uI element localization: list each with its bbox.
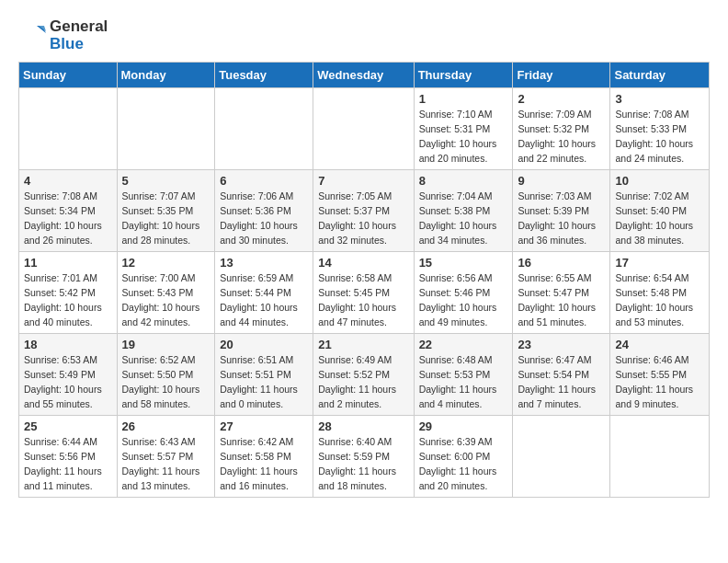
day-info: Sunrise: 6:48 AM Sunset: 5:53 PM Dayligh…	[419, 353, 508, 411]
sunrise-text: Sunrise: 6:43 AM	[122, 436, 196, 447]
logo: General Blue	[18, 18, 108, 52]
sunrise-text: Sunrise: 7:04 AM	[419, 190, 493, 201]
daylight-text: Daylight: 10 hours and 20 minutes.	[419, 138, 497, 164]
day-info: Sunrise: 7:03 AM Sunset: 5:39 PM Dayligh…	[518, 190, 605, 247]
day-number: 21	[318, 338, 408, 351]
calendar-cell: 27 Sunrise: 6:42 AM Sunset: 5:58 PM Dayl…	[215, 416, 313, 498]
day-number: 24	[615, 338, 704, 351]
daylight-text: Daylight: 10 hours and 34 minutes.	[419, 220, 497, 246]
sunset-text: Sunset: 5:33 PM	[615, 123, 687, 134]
day-number: 11	[24, 256, 112, 270]
daylight-text: Daylight: 10 hours and 58 minutes.	[122, 384, 200, 409]
daylight-text: Daylight: 10 hours and 55 minutes.	[24, 384, 102, 409]
sunset-text: Sunset: 5:38 PM	[419, 205, 491, 216]
calendar-cell: 8 Sunrise: 7:04 AM Sunset: 5:38 PM Dayli…	[414, 170, 513, 252]
day-info: Sunrise: 7:09 AM Sunset: 5:32 PM Dayligh…	[518, 108, 605, 166]
day-info: Sunrise: 7:04 AM Sunset: 5:38 PM Dayligh…	[419, 190, 508, 247]
sunrise-text: Sunrise: 7:08 AM	[615, 109, 688, 120]
daylight-text: Daylight: 10 hours and 44 minutes.	[220, 302, 298, 327]
daylight-text: Daylight: 11 hours and 20 minutes.	[419, 465, 497, 491]
day-info: Sunrise: 6:42 AM Sunset: 5:58 PM Dayligh…	[220, 435, 308, 493]
sunrise-text: Sunrise: 6:55 AM	[518, 272, 591, 283]
sunset-text: Sunset: 5:35 PM	[122, 205, 194, 216]
sunrise-text: Sunrise: 7:10 AM	[419, 109, 493, 120]
day-info: Sunrise: 6:39 AM Sunset: 6:00 PM Dayligh…	[419, 435, 508, 493]
sunset-text: Sunset: 5:37 PM	[318, 205, 390, 216]
sunset-text: Sunset: 5:44 PM	[220, 287, 291, 298]
day-info: Sunrise: 7:08 AM Sunset: 5:34 PM Dayligh…	[24, 190, 112, 247]
day-number: 18	[24, 338, 112, 351]
daylight-text: Daylight: 10 hours and 24 minutes.	[615, 138, 693, 164]
day-info: Sunrise: 6:54 AM Sunset: 5:48 PM Dayligh…	[615, 271, 704, 329]
day-number: 16	[518, 256, 605, 270]
sunset-text: Sunset: 5:52 PM	[318, 369, 390, 380]
day-number: 4	[24, 174, 112, 188]
sunrise-text: Sunrise: 6:39 AM	[419, 436, 493, 447]
sunrise-text: Sunrise: 7:07 AM	[122, 190, 196, 201]
calendar-cell: 6 Sunrise: 7:06 AM Sunset: 5:36 PM Dayli…	[215, 170, 313, 252]
day-info: Sunrise: 6:52 AM Sunset: 5:50 PM Dayligh…	[122, 353, 210, 411]
calendar-cell: 17 Sunrise: 6:54 AM Sunset: 5:48 PM Dayl…	[610, 252, 710, 334]
day-info: Sunrise: 7:08 AM Sunset: 5:33 PM Dayligh…	[615, 108, 704, 166]
daylight-text: Daylight: 10 hours and 53 minutes.	[615, 302, 693, 327]
day-number: 13	[220, 256, 308, 270]
sunset-text: Sunset: 5:57 PM	[122, 451, 194, 462]
day-info: Sunrise: 6:40 AM Sunset: 5:59 PM Dayligh…	[318, 435, 408, 493]
day-info: Sunrise: 7:10 AM Sunset: 5:31 PM Dayligh…	[419, 108, 508, 166]
sunrise-text: Sunrise: 6:46 AM	[615, 354, 688, 365]
calendar-cell: 29 Sunrise: 6:39 AM Sunset: 6:00 PM Dayl…	[414, 416, 513, 498]
sunset-text: Sunset: 5:47 PM	[518, 287, 589, 298]
calendar-week-4: 25 Sunrise: 6:44 AM Sunset: 5:56 PM Dayl…	[19, 416, 710, 498]
header-monday: Monday	[117, 63, 215, 88]
sunset-text: Sunset: 5:32 PM	[518, 123, 589, 134]
sunrise-text: Sunrise: 6:56 AM	[419, 272, 493, 283]
day-info: Sunrise: 6:49 AM Sunset: 5:52 PM Dayligh…	[318, 353, 408, 411]
sunset-text: Sunset: 5:48 PM	[615, 287, 687, 298]
logo-wordmark: General Blue	[18, 18, 108, 52]
day-number: 10	[615, 174, 704, 188]
sunset-text: Sunset: 5:43 PM	[122, 287, 194, 298]
calendar-table: SundayMondayTuesdayWednesdayThursdayFrid…	[18, 62, 710, 498]
calendar-cell: 3 Sunrise: 7:08 AM Sunset: 5:33 PM Dayli…	[610, 88, 710, 170]
calendar-cell: 23 Sunrise: 6:47 AM Sunset: 5:54 PM Dayl…	[513, 334, 610, 416]
daylight-text: Daylight: 11 hours and 4 minutes.	[419, 384, 497, 409]
calendar-cell: 26 Sunrise: 6:43 AM Sunset: 5:57 PM Dayl…	[117, 416, 215, 498]
daylight-text: Daylight: 11 hours and 13 minutes.	[122, 465, 200, 491]
sunrise-text: Sunrise: 7:02 AM	[615, 190, 688, 201]
sunset-text: Sunset: 5:54 PM	[518, 369, 589, 380]
sunset-text: Sunset: 6:00 PM	[419, 451, 491, 462]
day-number: 6	[220, 174, 308, 188]
calendar-cell	[215, 88, 313, 170]
header-sunday: Sunday	[19, 63, 118, 88]
sunset-text: Sunset: 5:55 PM	[615, 369, 687, 380]
day-number: 25	[24, 419, 112, 433]
daylight-text: Daylight: 10 hours and 36 minutes.	[518, 220, 596, 246]
day-number: 14	[318, 256, 408, 270]
header-friday: Friday	[513, 63, 610, 88]
day-info: Sunrise: 7:02 AM Sunset: 5:40 PM Dayligh…	[615, 190, 704, 247]
sunrise-text: Sunrise: 6:48 AM	[419, 354, 493, 365]
daylight-text: Daylight: 10 hours and 38 minutes.	[615, 220, 693, 246]
calendar-cell: 24 Sunrise: 6:46 AM Sunset: 5:55 PM Dayl…	[610, 334, 710, 416]
day-number: 2	[518, 92, 605, 106]
calendar-cell: 13 Sunrise: 6:59 AM Sunset: 5:44 PM Dayl…	[215, 252, 313, 334]
sunrise-text: Sunrise: 6:49 AM	[318, 354, 392, 365]
day-number: 1	[419, 92, 508, 106]
calendar-cell: 12 Sunrise: 7:00 AM Sunset: 5:43 PM Dayl…	[117, 252, 215, 334]
calendar-cell: 10 Sunrise: 7:02 AM Sunset: 5:40 PM Dayl…	[610, 170, 710, 252]
logo-blue-text: Blue	[50, 36, 108, 53]
header-saturday: Saturday	[610, 63, 710, 88]
sunset-text: Sunset: 5:36 PM	[220, 205, 291, 216]
calendar-cell: 21 Sunrise: 6:49 AM Sunset: 5:52 PM Dayl…	[313, 334, 414, 416]
day-number: 5	[122, 174, 210, 188]
calendar-cell: 14 Sunrise: 6:58 AM Sunset: 5:45 PM Dayl…	[313, 252, 414, 334]
day-info: Sunrise: 6:47 AM Sunset: 5:54 PM Dayligh…	[518, 353, 605, 411]
sunset-text: Sunset: 5:45 PM	[318, 287, 390, 298]
sunrise-text: Sunrise: 6:47 AM	[518, 354, 591, 365]
daylight-text: Daylight: 10 hours and 22 minutes.	[518, 138, 596, 164]
day-info: Sunrise: 7:07 AM Sunset: 5:35 PM Dayligh…	[122, 190, 210, 247]
sunrise-text: Sunrise: 7:03 AM	[518, 190, 591, 201]
day-number: 19	[122, 338, 210, 351]
logo-bird-icon	[18, 22, 46, 50]
sunset-text: Sunset: 5:51 PM	[220, 369, 291, 380]
